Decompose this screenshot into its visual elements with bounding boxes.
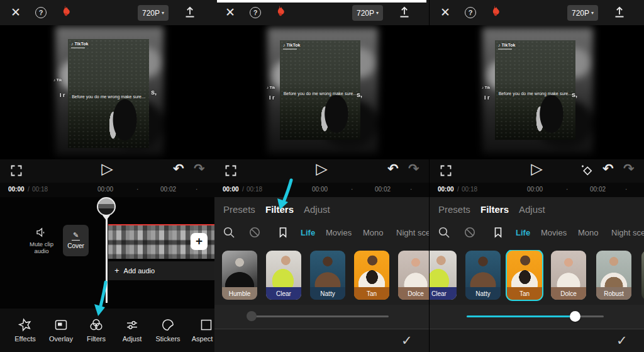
filter-card-natty[interactable]: Natty bbox=[465, 251, 501, 300]
filter-card-label: Humble bbox=[222, 287, 257, 300]
video-caption: Before you do me wrong make sure... bbox=[280, 91, 360, 96]
filter-card-humble[interactable]: Humble bbox=[222, 251, 257, 300]
filter-card-list: Humble Clear Natty Tan Dolce bbox=[214, 250, 429, 304]
ruler-dot: · bbox=[410, 186, 412, 193]
intensity-slider[interactable] bbox=[467, 315, 604, 317]
resolution-label: 720P bbox=[142, 9, 160, 18]
slider-thumb[interactable] bbox=[570, 311, 580, 322]
export-icon[interactable] bbox=[613, 6, 626, 18]
filter-card-tan-selected[interactable]: Tan bbox=[506, 250, 543, 301]
mute-clip-audio-button[interactable]: Mute clip audio bbox=[23, 226, 60, 254]
playhead-handle[interactable] bbox=[97, 197, 116, 216]
timeline-ruler[interactable]: 00:00 / 00:18 00:00 · 00:02 · bbox=[214, 183, 429, 197]
undo-icon[interactable]: ↶ bbox=[387, 161, 399, 176]
toolbar-item-aspect-ratio[interactable]: Aspect ra bbox=[189, 316, 214, 343]
confirm-check-icon[interactable]: ✓ bbox=[616, 333, 628, 348]
undo-icon[interactable]: ↶ bbox=[602, 161, 614, 176]
category-life[interactable]: Life bbox=[516, 228, 530, 237]
filter-card-robust[interactable]: Robust bbox=[596, 251, 631, 300]
player-controls: ▷ ↶ ↷ bbox=[430, 159, 644, 183]
add-audio-row[interactable]: +Add audio bbox=[108, 261, 214, 280]
resolution-label: 720P bbox=[357, 9, 374, 18]
video-figure bbox=[311, 90, 353, 140]
category-movies[interactable]: Movies bbox=[541, 228, 567, 237]
bookmark-icon[interactable] bbox=[277, 226, 289, 239]
toolbar-item-overlay[interactable]: Overlay bbox=[44, 316, 78, 343]
timeline-ruler[interactable]: 00:00 / 00:18 00:00 · 00:02 · bbox=[430, 183, 644, 197]
intensity-slider[interactable] bbox=[252, 315, 389, 317]
category-movies[interactable]: Movies bbox=[326, 228, 352, 237]
tab-adjust[interactable]: Adjust bbox=[519, 204, 545, 215]
category-night-scene[interactable]: Night sce bbox=[611, 228, 644, 237]
cover-button[interactable]: ✎ Cover bbox=[63, 225, 89, 256]
category-life[interactable]: Life bbox=[301, 228, 315, 237]
current-time: 00:00 bbox=[223, 186, 239, 193]
timeline-ruler[interactable]: 00:00 / 00:18 00:00 · 00:02 · bbox=[0, 183, 214, 197]
flame-icon[interactable] bbox=[273, 5, 286, 19]
flame-icon[interactable] bbox=[488, 5, 501, 19]
close-icon[interactable]: ✕ bbox=[11, 5, 21, 19]
ruler-tick: 00:02 bbox=[590, 186, 606, 193]
resolution-button[interactable]: 720P ▾ bbox=[352, 5, 383, 21]
top-bar: ✕ ? 720P ▾ bbox=[430, 0, 644, 25]
current-time: 00:00 bbox=[8, 186, 25, 193]
close-icon[interactable]: ✕ bbox=[440, 5, 450, 19]
video-preview[interactable]: ♪ TikTok Before you do me wrong make sur… bbox=[214, 25, 429, 159]
mute-clip-audio-label: Mute clip audio bbox=[23, 241, 60, 254]
video-preview[interactable]: ♪ TikTok Before you do me wrong make sur… bbox=[430, 25, 644, 159]
redo-icon[interactable]: ↷ bbox=[194, 161, 205, 176]
confirm-check-icon[interactable]: ✓ bbox=[401, 333, 413, 348]
export-icon[interactable] bbox=[398, 6, 411, 18]
filter-card-dolce[interactable]: Dolce bbox=[551, 251, 586, 300]
help-icon[interactable]: ? bbox=[465, 7, 476, 18]
filter-card-tan[interactable]: Tan bbox=[354, 251, 389, 300]
filter-card-label: Dolce bbox=[551, 287, 586, 300]
slider-thumb[interactable] bbox=[247, 311, 257, 321]
ruler-tick: 00:02 bbox=[160, 186, 176, 193]
resolution-button[interactable]: 720P ▾ bbox=[567, 5, 598, 21]
ruler-dot: · bbox=[136, 186, 138, 193]
tab-presets[interactable]: Presets bbox=[438, 204, 470, 215]
tab-presets[interactable]: Presets bbox=[223, 204, 255, 215]
video-preview[interactable]: ♪ TikTok Before you do me wrong make sur… bbox=[0, 25, 214, 159]
echo-watermark: ♪ Tik bbox=[53, 78, 62, 82]
help-icon[interactable]: ? bbox=[250, 7, 261, 18]
category-mono[interactable]: Mono bbox=[363, 228, 384, 237]
help-icon[interactable]: ? bbox=[35, 7, 47, 18]
keyframe-icon[interactable] bbox=[580, 164, 594, 178]
toolbar-item-effects[interactable]: Effects bbox=[8, 316, 42, 343]
filter-card-clear[interactable]: Clear bbox=[430, 251, 457, 300]
no-filter-icon[interactable] bbox=[248, 226, 261, 239]
filter-card-natty[interactable]: Natty bbox=[310, 251, 345, 300]
top-bar: ✕ ? 720P ▾ bbox=[0, 0, 214, 25]
bookmark-icon[interactable] bbox=[492, 226, 504, 239]
redo-icon[interactable]: ↷ bbox=[623, 161, 635, 176]
undo-icon[interactable]: ↶ bbox=[173, 161, 184, 176]
filter-card-dolce[interactable]: Dolce bbox=[398, 251, 429, 300]
editor-screen-filter-applied: ✕ ? 720P ▾ ♪ TikTok Before you do me wro… bbox=[430, 0, 644, 352]
filter-card-partial[interactable] bbox=[641, 251, 644, 300]
echo-left-text: I r bbox=[484, 94, 490, 101]
tab-adjust[interactable]: Adjust bbox=[304, 204, 330, 215]
filter-card-label: Tan bbox=[507, 287, 542, 300]
toolbar-item-adjust[interactable]: Adjust bbox=[115, 316, 149, 343]
resolution-button[interactable]: 720P ▾ bbox=[138, 5, 169, 21]
filter-card-label: Clear bbox=[266, 287, 301, 300]
close-icon[interactable]: ✕ bbox=[225, 5, 235, 19]
aspect-ratio-icon bbox=[189, 316, 214, 332]
search-icon[interactable] bbox=[223, 226, 235, 239]
category-night-scene[interactable]: Night sce bbox=[396, 228, 429, 237]
add-clip-button[interactable]: + bbox=[191, 233, 208, 250]
toolbar-item-stickers[interactable]: Stickers bbox=[151, 316, 185, 343]
toolbar-item-filters[interactable]: Filters bbox=[79, 316, 113, 343]
search-icon[interactable] bbox=[438, 226, 450, 239]
player-controls: ▷ ↶ ↷ bbox=[0, 159, 214, 183]
flame-icon[interactable] bbox=[58, 5, 71, 19]
filter-card-clear[interactable]: Clear bbox=[266, 251, 301, 300]
no-filter-icon[interactable] bbox=[464, 226, 476, 239]
filters-sheet: Presets Filters Adjust Life Movies Mono … bbox=[430, 197, 644, 352]
redo-icon[interactable]: ↷ bbox=[408, 161, 419, 176]
category-mono[interactable]: Mono bbox=[578, 228, 599, 237]
tab-filters[interactable]: Filters bbox=[480, 204, 509, 215]
export-icon[interactable] bbox=[184, 6, 196, 18]
